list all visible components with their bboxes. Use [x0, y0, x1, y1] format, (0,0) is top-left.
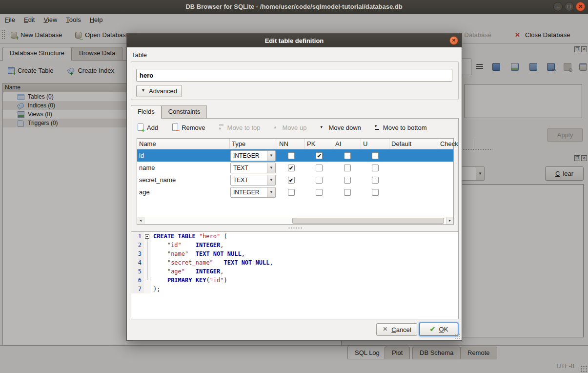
tab-constraints[interactable]: Constraints [162, 105, 207, 119]
field-name[interactable]: name [137, 162, 230, 174]
field-name[interactable]: secret_name [137, 174, 230, 186]
remove-field-icon [171, 124, 179, 131]
ai-checkbox[interactable] [344, 177, 351, 184]
dialog-titlebar: Edit table definition ✕ [127, 34, 462, 47]
check-cell[interactable] [438, 162, 473, 174]
nn-checkbox[interactable] [288, 152, 295, 159]
u-checkbox[interactable] [372, 152, 379, 159]
move-up-button: Move up [273, 124, 307, 131]
sql-code-text: "id" INTEGER, [151, 241, 224, 249]
ai-checkbox[interactable] [344, 152, 351, 159]
u-checkbox[interactable] [372, 177, 379, 184]
move-to-bottom-icon [374, 124, 381, 131]
nn-checkbox[interactable]: ✔ [288, 177, 295, 184]
u-cell [361, 174, 389, 186]
ai-checkbox[interactable] [344, 165, 351, 171]
column-header-check[interactable]: Check [438, 139, 473, 149]
field-type-value: INTEGER [233, 189, 259, 196]
minimize-icon[interactable]: – [553, 2, 563, 11]
table-name-input[interactable] [136, 69, 452, 82]
pk-checkbox[interactable] [316, 177, 323, 184]
field-row-secret-name[interactable]: secret_nameTEXT▼✔ [137, 174, 453, 186]
cancel-button[interactable]: Cancel [376, 323, 417, 336]
line-number: 7 [131, 285, 144, 293]
horizontal-scrollbar[interactable]: ◂ ▸ [137, 217, 453, 224]
ai-checkbox[interactable] [344, 189, 351, 196]
sql-code-text: CREATE TABLE "hero" ( [151, 232, 227, 241]
column-header-name[interactable]: Name [137, 139, 230, 149]
pk-checkbox[interactable]: ✔ [316, 152, 323, 159]
field-type-cell: TEXT▼ [230, 174, 277, 186]
close-icon[interactable]: ✕ [576, 2, 585, 11]
sql-preview[interactable]: 1CREATE TABLE "hero" (2 "id" INTEGER,3 "… [131, 231, 459, 319]
move-up-label: Move up [283, 124, 307, 131]
scrollbar-thumb[interactable] [292, 218, 444, 224]
chevron-down-icon: ▼ [267, 175, 275, 185]
move-to-bottom-label: Move to bottom [383, 124, 427, 131]
default-cell[interactable] [389, 186, 438, 198]
tab-fields[interactable]: Fields [131, 105, 162, 119]
move-down-button[interactable]: Move down [319, 124, 361, 131]
dialog-resize-grip[interactable] [455, 333, 461, 339]
column-header-type[interactable]: Type [230, 139, 277, 149]
field-type-value: TEXT [233, 177, 248, 184]
field-type-value: TEXT [233, 165, 248, 171]
ok-check-icon [429, 326, 436, 333]
line-number: 3 [131, 249, 144, 258]
check-cell[interactable] [438, 186, 473, 198]
chevron-down-icon [141, 87, 146, 95]
scroll-right-icon[interactable]: ▸ [446, 217, 453, 224]
fold-margin [144, 249, 151, 258]
column-header-nn[interactable]: NN [277, 139, 305, 149]
add-button[interactable]: Add [136, 124, 158, 131]
fold-margin [144, 232, 151, 241]
move-down-icon [319, 124, 326, 131]
field-type-combobox[interactable]: TEXT▼ [230, 163, 276, 173]
column-header-default[interactable]: Default [389, 139, 438, 149]
field-name[interactable]: age [137, 186, 230, 198]
scroll-left-icon[interactable]: ◂ [137, 217, 144, 224]
pk-checkbox[interactable] [316, 165, 323, 171]
field-type-combobox[interactable]: INTEGER▼ [230, 187, 276, 198]
move-to-bottom-button[interactable]: Move to bottom [374, 124, 427, 131]
advanced-button[interactable]: Advanced [136, 85, 182, 97]
check-cell[interactable] [438, 174, 473, 186]
fields-grid: NameTypeNNPKAIUDefaultCheck idINTEGER▼✔n… [137, 138, 454, 225]
pk-checkbox[interactable] [316, 189, 323, 196]
field-row-age[interactable]: ageINTEGER▼ [137, 186, 453, 198]
u-cell [361, 186, 389, 198]
column-header-u[interactable]: U [361, 139, 389, 149]
ok-button[interactable]: OK [419, 323, 458, 336]
dialog-close-icon[interactable]: ✕ [449, 36, 458, 45]
splitter-handle[interactable] [288, 227, 303, 229]
nn-cell: ✔ [277, 174, 305, 186]
default-cell[interactable] [389, 162, 438, 174]
field-name[interactable]: id [137, 149, 230, 162]
edit-table-definition-dialog: Edit table definition ✕ Table Advanced F… [126, 33, 462, 341]
window-titlebar: DB Browser for SQLite - /home/user/code/… [0, 0, 588, 14]
check-cell[interactable] [438, 149, 473, 162]
pk-cell: ✔ [305, 149, 333, 162]
ai-cell [333, 162, 361, 174]
u-checkbox[interactable] [372, 165, 379, 171]
pk-cell [305, 186, 333, 198]
sql-line-7: 7); [131, 285, 458, 293]
column-header-pk[interactable]: PK [305, 139, 333, 149]
default-cell[interactable] [389, 174, 438, 186]
field-type-combobox[interactable]: TEXT▼ [230, 175, 276, 186]
add-label: Add [147, 124, 158, 131]
nn-cell [277, 149, 305, 162]
line-number: 4 [131, 258, 144, 267]
line-number: 1 [131, 232, 144, 241]
field-type-combobox[interactable]: INTEGER▼ [230, 150, 276, 161]
column-header-ai[interactable]: AI [333, 139, 361, 149]
u-checkbox[interactable] [372, 189, 379, 196]
maximize-icon[interactable]: □ [565, 2, 574, 11]
fold-collapse-icon[interactable] [145, 234, 149, 239]
nn-checkbox[interactable]: ✔ [288, 165, 295, 171]
default-cell[interactable] [389, 149, 438, 162]
field-row-name[interactable]: nameTEXT▼✔ [137, 162, 453, 174]
nn-checkbox[interactable] [288, 189, 295, 196]
field-row-id[interactable]: idINTEGER▼✔ [137, 149, 453, 162]
remove-button[interactable]: Remove [171, 124, 205, 131]
